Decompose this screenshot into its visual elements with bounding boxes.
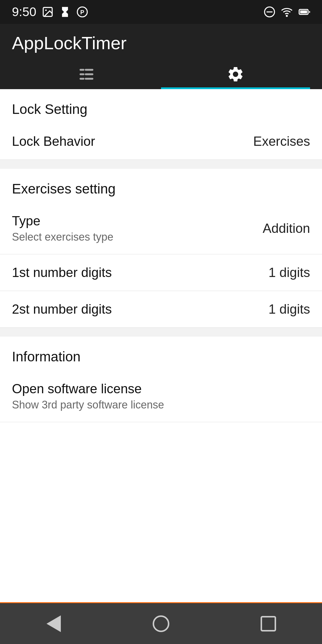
- tab-list[interactable]: [12, 59, 161, 89]
- open-software-license-row[interactable]: Open software license Show 3rd party sof…: [0, 371, 322, 422]
- wifi-icon: [281, 6, 293, 18]
- type-row[interactable]: Type Select exercises type Addition: [0, 203, 322, 254]
- information-title: Information: [12, 349, 310, 365]
- status-bar: 9:50 P: [0, 0, 322, 24]
- 2st-digits-row[interactable]: 2st number digits 1 digits: [0, 291, 322, 328]
- app-header: AppLockTimer: [0, 24, 322, 89]
- open-software-license-left: Open software license Show 3rd party sof…: [12, 381, 310, 411]
- 1st-digits-row[interactable]: 1st number digits 1 digits: [0, 254, 322, 291]
- lock-behavior-row[interactable]: Lock Behavior Exercises: [0, 123, 322, 160]
- section-divider-2: [0, 328, 322, 337]
- svg-point-1: [45, 10, 47, 11]
- lock-behavior-left: Lock Behavior: [12, 134, 253, 149]
- open-software-license-sublabel: Show 3rd party software license: [12, 399, 310, 411]
- parking-icon: P: [76, 6, 88, 18]
- svg-rect-8: [309, 11, 310, 13]
- open-software-license-label: Open software license: [12, 381, 310, 396]
- settings-icon: [227, 65, 244, 83]
- exercises-setting-title: Exercises setting: [12, 181, 310, 197]
- bottom-nav: [0, 602, 322, 644]
- type-value: Addition: [263, 221, 310, 236]
- back-button[interactable]: [39, 609, 69, 639]
- svg-text:P: P: [80, 9, 84, 16]
- hourglass-icon: [59, 6, 71, 18]
- lock-behavior-label: Lock Behavior: [12, 134, 253, 149]
- battery-icon: [298, 6, 310, 18]
- recents-button[interactable]: [253, 609, 283, 639]
- svg-rect-9: [300, 10, 307, 13]
- back-icon: [47, 615, 61, 632]
- lock-setting-title: Lock Setting: [12, 101, 310, 117]
- list-icon: [78, 65, 95, 83]
- tab-bar: [12, 59, 310, 89]
- do-not-disturb-icon: [264, 6, 275, 18]
- lock-behavior-value: Exercises: [253, 134, 310, 149]
- status-bar-right: [264, 6, 310, 18]
- 2st-digits-left: 2st number digits: [12, 302, 269, 317]
- lock-setting-section-header: Lock Setting: [0, 89, 322, 123]
- section-divider-1: [0, 160, 322, 169]
- type-label: Type: [12, 213, 263, 228]
- app-title: AppLockTimer: [12, 33, 310, 53]
- 1st-digits-value: 1 digits: [269, 265, 310, 280]
- status-bar-left: 9:50 P: [12, 5, 88, 19]
- recents-icon: [261, 616, 276, 631]
- type-left: Type Select exercises type: [12, 213, 263, 243]
- type-sublabel: Select exercises type: [12, 231, 263, 243]
- main-content: Lock Setting Lock Behavior Exercises Exe…: [0, 89, 322, 602]
- 2st-digits-value: 1 digits: [269, 302, 310, 317]
- tab-settings-indicator: [161, 87, 310, 89]
- 2st-digits-label: 2st number digits: [12, 302, 269, 317]
- home-button[interactable]: [146, 609, 176, 639]
- information-section-header: Information: [0, 337, 322, 371]
- tab-settings[interactable]: [161, 59, 310, 89]
- exercises-setting-section-header: Exercises setting: [0, 169, 322, 203]
- image-icon: [42, 6, 54, 18]
- home-icon: [153, 615, 169, 632]
- status-time: 9:50: [12, 5, 36, 19]
- svg-point-6: [286, 16, 287, 16]
- 1st-digits-label: 1st number digits: [12, 265, 269, 280]
- 1st-digits-left: 1st number digits: [12, 265, 269, 280]
